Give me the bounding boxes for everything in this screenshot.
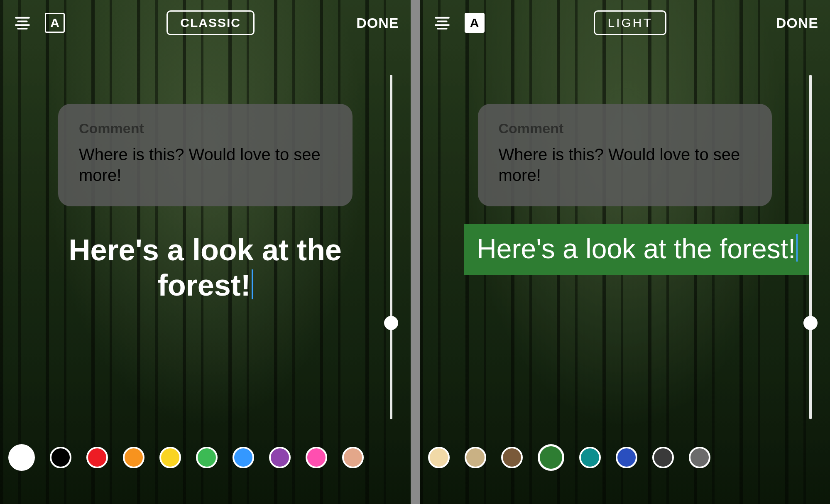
- slider-thumb[interactable]: [384, 316, 398, 330]
- font-style-selector[interactable]: LIGHT: [594, 10, 666, 35]
- color-swatch[interactable]: [501, 447, 523, 468]
- color-swatch[interactable]: [342, 447, 364, 468]
- caption-text[interactable]: Here's a look at the forest!: [0, 224, 411, 303]
- color-swatch[interactable]: [8, 444, 35, 471]
- align-center-icon[interactable]: [12, 12, 33, 34]
- color-swatch[interactable]: [123, 447, 144, 468]
- comment-label: Comment: [79, 120, 332, 137]
- text-toolbar: A LIGHT DONE: [420, 0, 830, 46]
- color-swatch[interactable]: [689, 447, 710, 468]
- slider-thumb[interactable]: [803, 316, 818, 330]
- comment-label: Comment: [499, 120, 752, 137]
- align-center-icon[interactable]: [431, 12, 453, 34]
- font-size-slider[interactable]: [390, 75, 392, 419]
- side-by-side-stage: A CLASSIC DONE Comment Where is this? Wo…: [0, 0, 830, 504]
- color-swatch[interactable]: [196, 447, 218, 468]
- text-cursor: [796, 234, 798, 262]
- text-background-toggle[interactable]: A: [45, 13, 65, 33]
- color-swatch[interactable]: [86, 447, 108, 468]
- comment-sticker[interactable]: Comment Where is this? Would love to see…: [58, 104, 353, 206]
- comment-body: Where is this? Would love to see more!: [79, 144, 332, 186]
- color-swatch[interactable]: [616, 447, 637, 468]
- color-swatch[interactable]: [233, 447, 254, 468]
- comment-sticker[interactable]: Comment Where is this? Would love to see…: [478, 104, 772, 206]
- story-editor-panel-classic: A CLASSIC DONE Comment Where is this? Wo…: [0, 0, 411, 504]
- font-size-slider[interactable]: [809, 75, 812, 419]
- color-swatch[interactable]: [50, 447, 71, 468]
- color-swatch-row: [420, 444, 830, 471]
- color-swatch[interactable]: [428, 447, 450, 468]
- font-style-selector[interactable]: CLASSIC: [166, 10, 255, 35]
- done-button[interactable]: DONE: [776, 15, 818, 31]
- story-editor-panel-light: A LIGHT DONE Comment Where is this? Woul…: [420, 0, 830, 504]
- color-swatch[interactable]: [579, 447, 601, 468]
- text-background-toggle[interactable]: A: [465, 13, 485, 33]
- text-cursor: [252, 269, 253, 299]
- caption-highlight: Here's a look at the forest!: [464, 224, 810, 275]
- color-swatch[interactable]: [538, 444, 564, 471]
- caption-content: Here's a look at the forest!: [477, 233, 796, 264]
- caption-text[interactable]: Here's a look at the forest!: [420, 224, 830, 275]
- comment-body: Where is this? Would love to see more!: [499, 144, 752, 186]
- caption-content: Here's a look at the forest!: [69, 233, 342, 302]
- text-toolbar: A CLASSIC DONE: [0, 0, 411, 46]
- color-swatch[interactable]: [465, 447, 486, 468]
- color-swatch-row: [0, 444, 411, 471]
- done-button[interactable]: DONE: [356, 15, 399, 31]
- color-swatch[interactable]: [306, 447, 327, 468]
- color-swatch[interactable]: [269, 447, 291, 468]
- color-swatch[interactable]: [652, 447, 674, 468]
- color-swatch[interactable]: [159, 447, 181, 468]
